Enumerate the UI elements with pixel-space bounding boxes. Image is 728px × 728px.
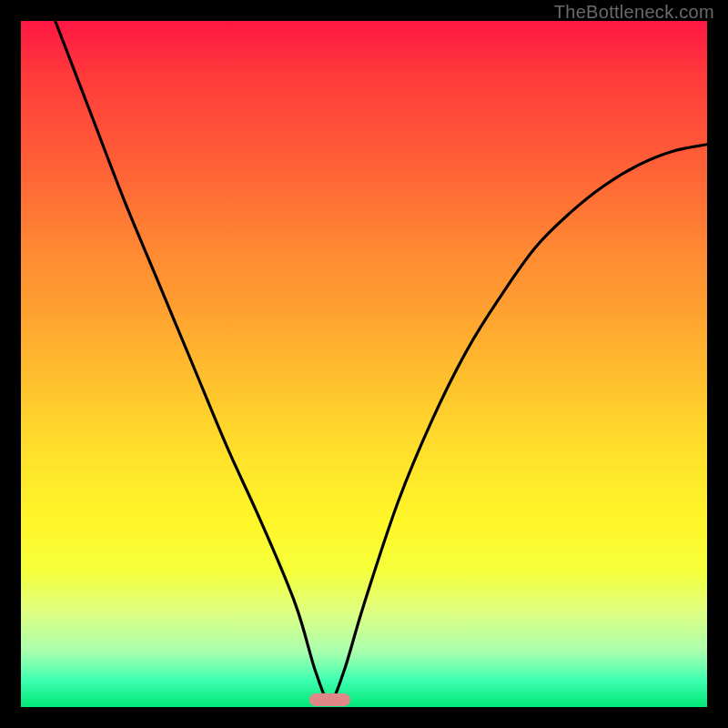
plot-area xyxy=(21,21,707,707)
bottleneck-curve xyxy=(56,21,707,700)
watermark-text: TheBottleneck.com xyxy=(554,2,714,23)
chart-container: TheBottleneck.com xyxy=(0,0,728,728)
curve-svg xyxy=(21,21,707,707)
minimum-marker xyxy=(309,693,350,706)
